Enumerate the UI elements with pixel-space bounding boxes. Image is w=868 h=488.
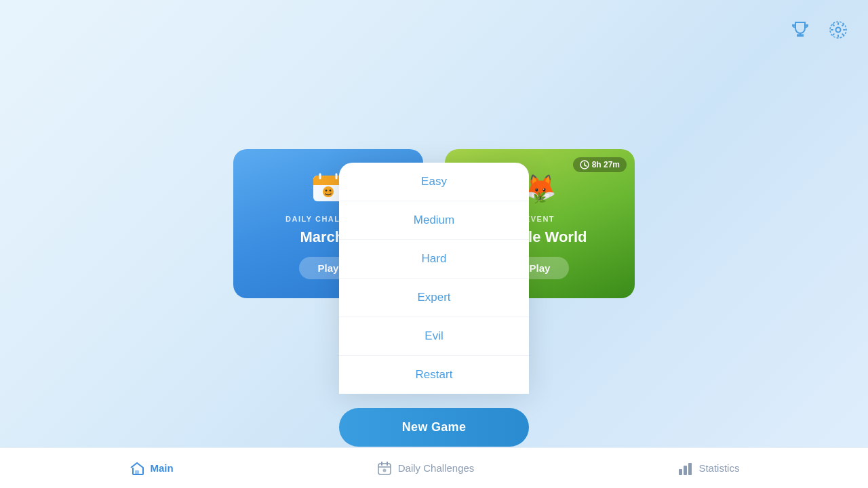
stats-icon [677,460,693,476]
difficulty-evil[interactable]: Evil [339,317,529,356]
nav-main[interactable]: Main [118,455,184,482]
difficulty-easy[interactable]: Easy [339,163,529,201]
difficulty-dropdown: Easy Medium Hard Expert Evil Restart [339,163,529,394]
nav-stats-label: Statistics [698,462,739,474]
svg-point-19 [382,468,386,472]
difficulty-medium[interactable]: Medium [339,201,529,240]
nav-daily[interactable]: Daily Challenges [366,455,486,482]
svg-rect-22 [688,463,692,475]
difficulty-expert[interactable]: Expert [339,279,529,317]
nav-stats[interactable]: Statistics [666,455,750,482]
bottom-nav: Main Daily Challenges Statistics [0,447,868,488]
svg-rect-21 [684,466,687,475]
event-label: EVENT [525,215,555,223]
nav-main-label: Main [151,462,174,474]
svg-point-8 [323,186,334,197]
nav-daily-label: Daily Challenges [398,462,475,474]
svg-point-10 [330,189,332,191]
difficulty-restart[interactable]: Restart [339,356,529,394]
daily-nav-icon [376,460,393,476]
home-icon [129,460,145,476]
svg-rect-14 [135,470,139,475]
svg-rect-20 [679,469,682,475]
svg-line-13 [585,165,587,167]
new-game-button-wrap: New Game [339,408,529,447]
new-game-button[interactable]: New Game [339,408,529,447]
svg-point-9 [326,189,328,191]
event-timer-text: 8h 27m [592,160,620,169]
difficulty-hard[interactable]: Hard [339,240,529,279]
event-timer-badge: 8h 27m [573,157,627,172]
